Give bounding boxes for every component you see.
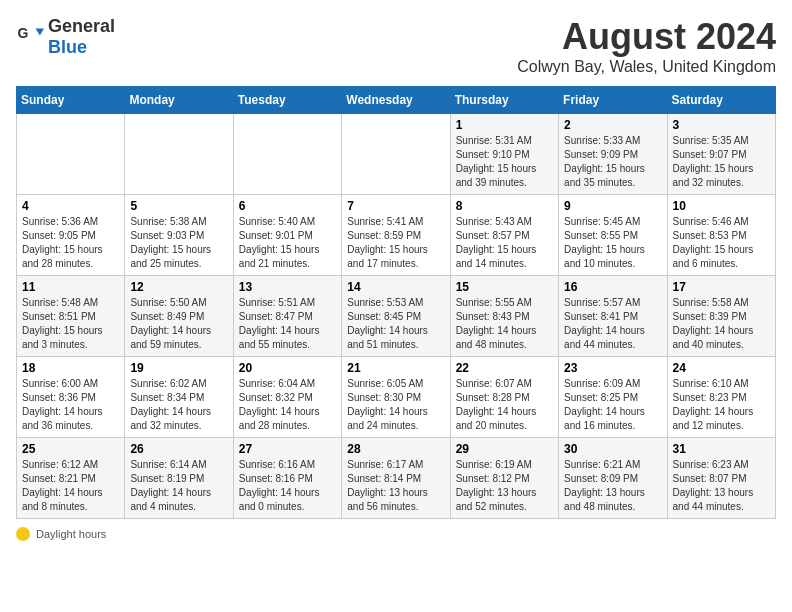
day-info: Sunrise: 6:04 AM Sunset: 8:32 PM Dayligh… [239,377,336,433]
weekday-header-row: SundayMondayTuesdayWednesdayThursdayFrid… [17,87,776,114]
calendar-cell: 6Sunrise: 5:40 AM Sunset: 9:01 PM Daylig… [233,195,341,276]
logo-blue-text: Blue [48,37,87,57]
day-number: 18 [22,361,119,375]
calendar-cell: 3Sunrise: 5:35 AM Sunset: 9:07 PM Daylig… [667,114,775,195]
day-info: Sunrise: 6:09 AM Sunset: 8:25 PM Dayligh… [564,377,661,433]
day-info: Sunrise: 6:17 AM Sunset: 8:14 PM Dayligh… [347,458,444,514]
calendar-cell: 2Sunrise: 5:33 AM Sunset: 9:09 PM Daylig… [559,114,667,195]
logo: G General Blue [16,16,115,58]
day-number: 28 [347,442,444,456]
day-number: 22 [456,361,553,375]
calendar-cell: 7Sunrise: 5:41 AM Sunset: 8:59 PM Daylig… [342,195,450,276]
day-info: Sunrise: 5:41 AM Sunset: 8:59 PM Dayligh… [347,215,444,271]
location-title: Colwyn Bay, Wales, United Kingdom [517,58,776,76]
day-number: 13 [239,280,336,294]
day-number: 15 [456,280,553,294]
calendar-cell: 19Sunrise: 6:02 AM Sunset: 8:34 PM Dayli… [125,357,233,438]
calendar-cell: 10Sunrise: 5:46 AM Sunset: 8:53 PM Dayli… [667,195,775,276]
day-number: 4 [22,199,119,213]
calendar-cell: 25Sunrise: 6:12 AM Sunset: 8:21 PM Dayli… [17,438,125,519]
weekday-header-monday: Monday [125,87,233,114]
calendar-cell: 23Sunrise: 6:09 AM Sunset: 8:25 PM Dayli… [559,357,667,438]
day-number: 9 [564,199,661,213]
calendar-week-2: 4Sunrise: 5:36 AM Sunset: 9:05 PM Daylig… [17,195,776,276]
calendar-cell: 22Sunrise: 6:07 AM Sunset: 8:28 PM Dayli… [450,357,558,438]
calendar-cell: 14Sunrise: 5:53 AM Sunset: 8:45 PM Dayli… [342,276,450,357]
day-info: Sunrise: 6:07 AM Sunset: 8:28 PM Dayligh… [456,377,553,433]
day-info: Sunrise: 6:00 AM Sunset: 8:36 PM Dayligh… [22,377,119,433]
calendar-week-5: 25Sunrise: 6:12 AM Sunset: 8:21 PM Dayli… [17,438,776,519]
calendar-cell: 16Sunrise: 5:57 AM Sunset: 8:41 PM Dayli… [559,276,667,357]
calendar-table: SundayMondayTuesdayWednesdayThursdayFrid… [16,86,776,519]
calendar-cell: 18Sunrise: 6:00 AM Sunset: 8:36 PM Dayli… [17,357,125,438]
day-number: 26 [130,442,227,456]
day-info: Sunrise: 6:02 AM Sunset: 8:34 PM Dayligh… [130,377,227,433]
day-info: Sunrise: 5:43 AM Sunset: 8:57 PM Dayligh… [456,215,553,271]
day-info: Sunrise: 5:46 AM Sunset: 8:53 PM Dayligh… [673,215,770,271]
day-info: Sunrise: 6:10 AM Sunset: 8:23 PM Dayligh… [673,377,770,433]
calendar-cell: 8Sunrise: 5:43 AM Sunset: 8:57 PM Daylig… [450,195,558,276]
day-info: Sunrise: 6:05 AM Sunset: 8:30 PM Dayligh… [347,377,444,433]
day-number: 16 [564,280,661,294]
day-info: Sunrise: 5:58 AM Sunset: 8:39 PM Dayligh… [673,296,770,352]
day-number: 31 [673,442,770,456]
logo-general-text: General [48,16,115,36]
day-info: Sunrise: 5:35 AM Sunset: 9:07 PM Dayligh… [673,134,770,190]
calendar-cell: 13Sunrise: 5:51 AM Sunset: 8:47 PM Dayli… [233,276,341,357]
day-number: 14 [347,280,444,294]
day-info: Sunrise: 5:38 AM Sunset: 9:03 PM Dayligh… [130,215,227,271]
day-info: Sunrise: 5:57 AM Sunset: 8:41 PM Dayligh… [564,296,661,352]
calendar-cell [233,114,341,195]
svg-text:G: G [17,25,28,41]
title-block: August 2024 Colwyn Bay, Wales, United Ki… [517,16,776,76]
calendar-cell: 5Sunrise: 5:38 AM Sunset: 9:03 PM Daylig… [125,195,233,276]
calendar-cell: 28Sunrise: 6:17 AM Sunset: 8:14 PM Dayli… [342,438,450,519]
day-number: 11 [22,280,119,294]
day-info: Sunrise: 5:45 AM Sunset: 8:55 PM Dayligh… [564,215,661,271]
day-info: Sunrise: 5:53 AM Sunset: 8:45 PM Dayligh… [347,296,444,352]
page-header: G General Blue August 2024 Colwyn Bay, W… [16,16,776,76]
calendar-cell: 4Sunrise: 5:36 AM Sunset: 9:05 PM Daylig… [17,195,125,276]
weekday-header-sunday: Sunday [17,87,125,114]
day-number: 19 [130,361,227,375]
day-info: Sunrise: 6:16 AM Sunset: 8:16 PM Dayligh… [239,458,336,514]
day-info: Sunrise: 6:14 AM Sunset: 8:19 PM Dayligh… [130,458,227,514]
calendar-cell [125,114,233,195]
day-number: 10 [673,199,770,213]
calendar-cell: 12Sunrise: 5:50 AM Sunset: 8:49 PM Dayli… [125,276,233,357]
day-number: 29 [456,442,553,456]
calendar-cell: 11Sunrise: 5:48 AM Sunset: 8:51 PM Dayli… [17,276,125,357]
day-info: Sunrise: 5:33 AM Sunset: 9:09 PM Dayligh… [564,134,661,190]
weekday-header-wednesday: Wednesday [342,87,450,114]
weekday-header-tuesday: Tuesday [233,87,341,114]
day-info: Sunrise: 5:51 AM Sunset: 8:47 PM Dayligh… [239,296,336,352]
day-number: 30 [564,442,661,456]
day-number: 25 [22,442,119,456]
day-info: Sunrise: 5:36 AM Sunset: 9:05 PM Dayligh… [22,215,119,271]
day-info: Sunrise: 5:40 AM Sunset: 9:01 PM Dayligh… [239,215,336,271]
weekday-header-saturday: Saturday [667,87,775,114]
day-info: Sunrise: 6:21 AM Sunset: 8:09 PM Dayligh… [564,458,661,514]
calendar-cell [342,114,450,195]
day-info: Sunrise: 5:50 AM Sunset: 8:49 PM Dayligh… [130,296,227,352]
calendar-cell: 15Sunrise: 5:55 AM Sunset: 8:43 PM Dayli… [450,276,558,357]
logo-icon: G [16,23,44,51]
calendar-cell: 26Sunrise: 6:14 AM Sunset: 8:19 PM Dayli… [125,438,233,519]
weekday-header-thursday: Thursday [450,87,558,114]
weekday-header-friday: Friday [559,87,667,114]
day-info: Sunrise: 5:55 AM Sunset: 8:43 PM Dayligh… [456,296,553,352]
day-number: 5 [130,199,227,213]
calendar-cell: 1Sunrise: 5:31 AM Sunset: 9:10 PM Daylig… [450,114,558,195]
day-number: 8 [456,199,553,213]
day-info: Sunrise: 6:12 AM Sunset: 8:21 PM Dayligh… [22,458,119,514]
day-number: 3 [673,118,770,132]
calendar-week-3: 11Sunrise: 5:48 AM Sunset: 8:51 PM Dayli… [17,276,776,357]
calendar-cell: 21Sunrise: 6:05 AM Sunset: 8:30 PM Dayli… [342,357,450,438]
day-info: Sunrise: 6:23 AM Sunset: 8:07 PM Dayligh… [673,458,770,514]
day-number: 2 [564,118,661,132]
calendar-week-4: 18Sunrise: 6:00 AM Sunset: 8:36 PM Dayli… [17,357,776,438]
footer-legend: Daylight hours [16,527,776,541]
day-number: 24 [673,361,770,375]
calendar-cell: 31Sunrise: 6:23 AM Sunset: 8:07 PM Dayli… [667,438,775,519]
day-info: Sunrise: 5:48 AM Sunset: 8:51 PM Dayligh… [22,296,119,352]
